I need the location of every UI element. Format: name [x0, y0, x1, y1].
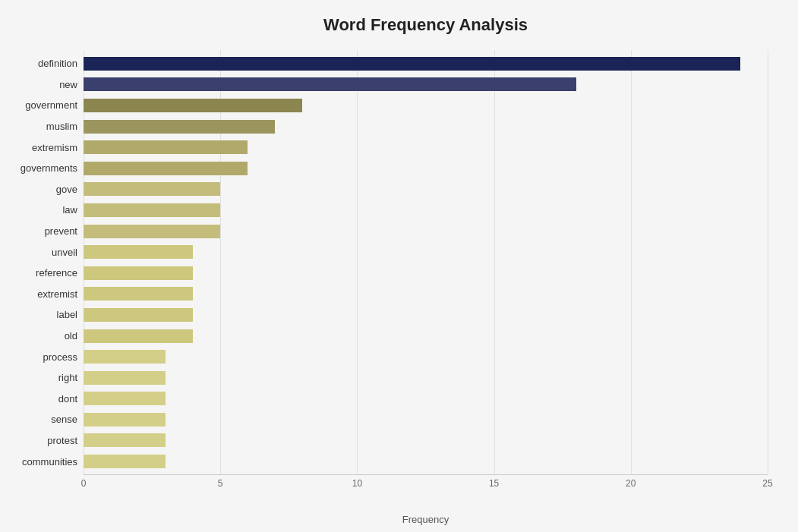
bar-label: unveil [0, 247, 84, 258]
bar-row: reference [84, 264, 768, 282]
bar-row: extremism [84, 138, 768, 156]
bar-label: extremist [0, 288, 84, 300]
bar [84, 455, 166, 468]
bar-label: reference [0, 267, 84, 279]
x-tick-label: 20 [626, 478, 636, 489]
bar-label: label [0, 309, 84, 320]
grid-line [768, 50, 768, 475]
bar-label: right [0, 372, 84, 383]
bar-label: prevent [0, 225, 84, 237]
bar-row: right [84, 369, 768, 387]
chart-title: Word Frequency Analysis [84, 15, 768, 35]
bar [84, 225, 220, 238]
bar [84, 182, 220, 196]
bar-label: dont [0, 393, 84, 405]
bar-label: definition [0, 58, 84, 69]
x-tick-label: 10 [352, 478, 362, 489]
bar [84, 99, 302, 112]
bar-row: prevent [84, 222, 768, 241]
bar-label: sense [0, 414, 84, 425]
bar-row: muslim [84, 118, 768, 136]
chart-container: Word Frequency Analysis definitionnewgov… [0, 0, 798, 532]
bar-row: process [84, 348, 768, 366]
bar-label: law [0, 204, 84, 216]
bar [84, 433, 166, 447]
chart-area: definitionnewgovernmentmuslimextremismgo… [84, 50, 768, 498]
bar-row: gove [84, 180, 768, 198]
bar-label: governments [0, 162, 84, 174]
bar-row: definition [84, 55, 768, 73]
bar [84, 413, 166, 427]
x-axis-label: Frequency [402, 514, 449, 525]
bar-label: process [0, 351, 84, 363]
bar [84, 245, 193, 259]
bar-label: communities [0, 456, 84, 467]
x-tick-label: 15 [489, 478, 499, 489]
bar-row: sense [84, 411, 768, 429]
bar-label: government [0, 99, 84, 111]
bar-label: old [0, 330, 84, 342]
bar [84, 120, 275, 134]
bars-container: definitionnewgovernmentmuslimextremismgo… [84, 50, 768, 475]
bar-label: extremism [0, 142, 84, 153]
bar-label: new [0, 79, 84, 90]
bar [84, 329, 193, 343]
bar-row: old [84, 327, 768, 345]
bar [84, 371, 166, 385]
bar-label: protest [0, 435, 84, 446]
bar [84, 203, 220, 217]
bar-row: new [84, 75, 768, 93]
bar [84, 308, 193, 322]
bar-row: government [84, 96, 768, 115]
bar [84, 350, 166, 364]
bar-row: dont [84, 389, 768, 408]
bar-label: gove [0, 184, 84, 195]
bar-row: label [84, 306, 768, 324]
bar-row: protest [84, 431, 768, 449]
bar [84, 140, 248, 154]
bar [84, 266, 193, 280]
x-tick-label: 0 [81, 478, 87, 489]
bar-row: extremist [84, 285, 768, 303]
bar [84, 287, 193, 301]
bar-row: governments [84, 159, 768, 178]
x-tick-label: 25 [762, 478, 772, 489]
bar-row: law [84, 201, 768, 219]
bar-row: unveil [84, 243, 768, 261]
bar [84, 162, 248, 175]
bar-label: muslim [0, 121, 84, 132]
bar [84, 57, 740, 71]
bar [84, 392, 166, 405]
bar [84, 77, 576, 91]
x-axis: Frequency 0510152025 [84, 475, 768, 498]
x-tick-label: 5 [218, 478, 223, 489]
bar-row: communities [84, 452, 768, 471]
